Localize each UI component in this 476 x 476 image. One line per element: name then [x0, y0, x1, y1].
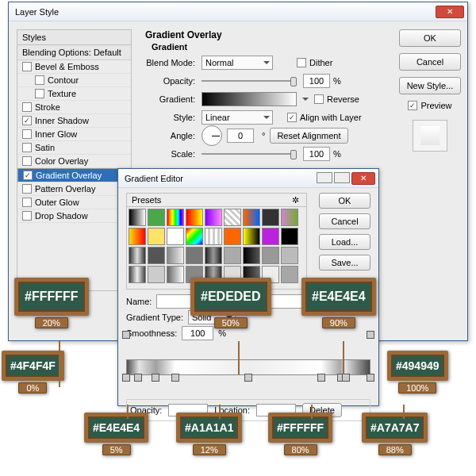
- preset-swatch[interactable]: [186, 228, 203, 245]
- preset-swatch[interactable]: [129, 209, 146, 226]
- preset-swatch[interactable]: [243, 209, 260, 226]
- angle-dial[interactable]: [202, 125, 222, 146]
- style-item-inner-glow[interactable]: Inner Glow: [17, 128, 131, 141]
- preset-swatch[interactable]: [129, 228, 146, 245]
- ge-ok-button[interactable]: OK: [319, 193, 370, 209]
- preset-swatch[interactable]: [224, 247, 241, 264]
- connector-line: [311, 405, 313, 419]
- color-stop[interactable]: [244, 374, 252, 382]
- style-checkbox[interactable]: [35, 89, 44, 98]
- opacity-field[interactable]: 100: [303, 74, 330, 88]
- style-item-outer-glow[interactable]: Outer Glow: [17, 196, 131, 209]
- align-checkbox[interactable]: [287, 113, 297, 122]
- preset-swatch[interactable]: [205, 247, 222, 264]
- preset-swatch[interactable]: [281, 247, 298, 264]
- opacity-stop[interactable]: [367, 331, 374, 339]
- preset-swatch[interactable]: [281, 209, 298, 226]
- gradient-editor-titlebar[interactable]: Gradient Editor ✕: [118, 169, 378, 188]
- preset-swatch[interactable]: [186, 209, 203, 226]
- style-checkbox[interactable]: [35, 75, 44, 85]
- preset-swatch[interactable]: [243, 228, 260, 245]
- close-icon[interactable]: ✕: [351, 172, 375, 185]
- preset-swatch[interactable]: [148, 209, 165, 226]
- style-item-texture[interactable]: Texture: [17, 87, 131, 101]
- scale-slider[interactable]: [202, 148, 297, 159]
- preset-swatch[interactable]: [129, 266, 146, 283]
- style-checkbox[interactable]: [23, 171, 33, 180]
- style-checkbox[interactable]: [22, 143, 32, 152]
- style-checkbox[interactable]: [22, 129, 32, 139]
- blend-mode-select[interactable]: Normal: [202, 56, 273, 70]
- preset-swatch[interactable]: [262, 228, 279, 245]
- new-style-button[interactable]: New Style...: [399, 77, 461, 94]
- style-select[interactable]: Linear: [202, 110, 273, 125]
- preset-swatch[interactable]: [167, 266, 184, 283]
- preset-swatch[interactable]: [148, 266, 165, 283]
- opacity-stop[interactable]: [122, 331, 130, 339]
- preset-swatch[interactable]: [262, 247, 279, 264]
- color-stop[interactable]: [134, 374, 142, 382]
- name-label: Name:: [126, 297, 152, 306]
- preset-swatch[interactable]: [224, 209, 241, 226]
- gradient-bar[interactable]: [126, 359, 370, 375]
- preset-swatch[interactable]: [148, 228, 165, 245]
- preset-swatch[interactable]: [167, 228, 184, 245]
- scale-field[interactable]: 100: [303, 147, 330, 161]
- color-stop[interactable]: [122, 374, 130, 382]
- preset-swatch[interactable]: [167, 209, 184, 226]
- layer-style-titlebar[interactable]: Layer Style ✕: [9, 2, 467, 21]
- style-checkbox[interactable]: [22, 102, 32, 112]
- preset-swatch[interactable]: [167, 247, 184, 264]
- style-item-pattern-overlay[interactable]: Pattern Overlay: [17, 182, 131, 196]
- style-checkbox[interactable]: [22, 116, 32, 125]
- color-stop[interactable]: [152, 374, 159, 382]
- dither-checkbox[interactable]: [297, 58, 306, 67]
- ge-load-button[interactable]: Load...: [319, 234, 370, 250]
- preset-swatch[interactable]: [205, 228, 222, 245]
- style-label: Contour: [48, 75, 79, 85]
- preset-swatch[interactable]: [281, 228, 298, 245]
- style-checkbox[interactable]: [22, 62, 32, 71]
- color-stop[interactable]: [367, 374, 374, 382]
- style-checkbox[interactable]: [22, 211, 32, 221]
- maximize-icon[interactable]: [334, 172, 350, 183]
- cancel-button[interactable]: Cancel: [399, 53, 461, 71]
- color-stop[interactable]: [342, 374, 350, 382]
- blending-options-default[interactable]: Blending Options: Default: [17, 45, 131, 60]
- preview-checkbox[interactable]: [408, 101, 417, 110]
- style-checkbox[interactable]: [22, 198, 32, 207]
- preset-swatch[interactable]: [205, 209, 222, 226]
- style-item-color-overlay[interactable]: Color Overlay: [17, 155, 131, 168]
- ge-save-button[interactable]: Save...: [319, 255, 370, 271]
- style-item-stroke[interactable]: Stroke: [17, 101, 131, 114]
- reset-alignment-button[interactable]: Reset Alignment: [270, 128, 347, 144]
- preset-swatch[interactable]: [224, 228, 241, 245]
- callout-board: #FFFFFF20%: [14, 278, 89, 328]
- reverse-checkbox[interactable]: [314, 94, 324, 104]
- close-icon[interactable]: ✕: [436, 6, 464, 18]
- preset-swatch[interactable]: [129, 247, 146, 264]
- style-item-satin[interactable]: Satin: [17, 141, 131, 155]
- style-item-bevel-emboss[interactable]: Bevel & Emboss: [17, 60, 131, 74]
- style-item-gradient-overlay[interactable]: Gradient Overlay: [17, 168, 131, 182]
- style-checkbox[interactable]: [22, 156, 32, 166]
- ge-cancel-button[interactable]: Cancel: [319, 213, 370, 229]
- color-stop[interactable]: [171, 374, 179, 382]
- callout-board: #E4E4E45%: [84, 413, 148, 455]
- angle-field[interactable]: 0: [227, 129, 254, 143]
- ok-button[interactable]: OK: [399, 29, 461, 47]
- gradient-swatch[interactable]: [202, 92, 297, 106]
- preset-swatch[interactable]: [186, 247, 203, 264]
- preset-swatch[interactable]: [148, 247, 165, 264]
- minimize-icon[interactable]: [317, 172, 332, 183]
- preset-swatch[interactable]: [262, 209, 279, 226]
- style-item-drop-shadow[interactable]: Drop Shadow: [17, 209, 131, 223]
- style-checkbox[interactable]: [22, 184, 32, 194]
- style-item-inner-shadow[interactable]: Inner Shadow: [17, 114, 131, 128]
- gear-icon[interactable]: ✲: [292, 195, 301, 205]
- color-stop[interactable]: [317, 374, 325, 382]
- preset-swatch[interactable]: [243, 247, 260, 264]
- opacity-slider[interactable]: [202, 75, 297, 86]
- style-item-contour[interactable]: Contour: [17, 74, 131, 87]
- preset-swatch[interactable]: [281, 266, 298, 283]
